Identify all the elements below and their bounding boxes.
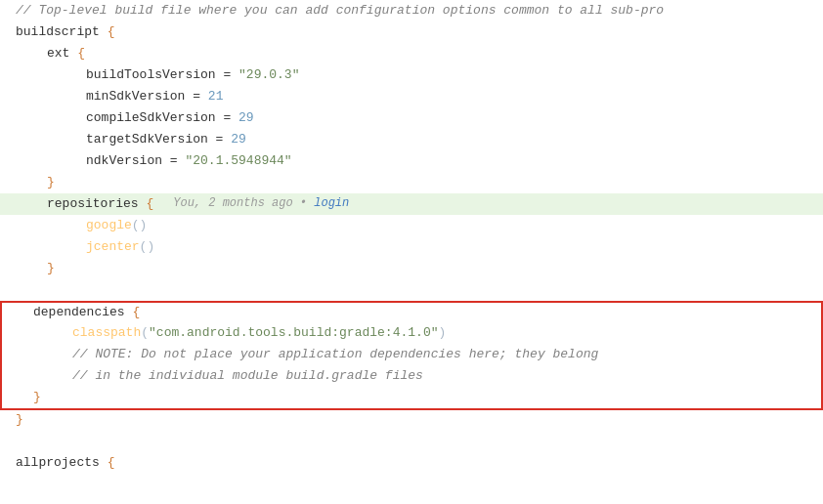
line-comment-top: // Top-level build file where you can ad… <box>0 0 823 21</box>
min-sdk-value: 21 <box>208 87 224 107</box>
classpath-value: "com.android.tools.build:gradle:4.1.0" <box>149 323 438 344</box>
line-ext-close: } <box>0 172 823 193</box>
note2-text: // in the individual module build.gradle… <box>72 366 423 387</box>
line-ext: ext { <box>0 43 823 64</box>
build-tools-key: buildToolsVersion = <box>86 65 238 86</box>
ext-keyword: ext <box>47 44 77 64</box>
git-link[interactable]: login <box>314 196 349 210</box>
line-repositories: repositories { You, 2 months ago • login <box>0 193 823 215</box>
repositories-keyword: repositories <box>47 194 146 215</box>
repositories-brace: { <box>146 194 153 215</box>
note1-text: // NOTE: Do not place your application d… <box>72 345 598 365</box>
code-editor: // Top-level build file where you can ad… <box>0 0 823 504</box>
dependencies-brace: { <box>132 303 140 323</box>
jcenter-parens: () <box>140 237 155 258</box>
line-target-sdk: targetSdkVersion = 29 <box>0 129 823 150</box>
line-empty-1 <box>0 279 823 301</box>
code-content: // Top-level build file where you can ad… <box>0 0 823 475</box>
buildscript-close-brace: } <box>16 410 23 431</box>
line-repos-close: } <box>0 258 823 279</box>
target-sdk-key: targetSdkVersion = <box>86 130 231 150</box>
line-note1: // NOTE: Do not place your application d… <box>0 345 823 366</box>
google-parens: () <box>132 216 148 236</box>
line-google: google() <box>0 215 823 236</box>
line-dependencies: dependencies { <box>0 301 823 323</box>
classpath-paren-close: ) <box>438 323 446 344</box>
line-note2: // in the individual module build.gradle… <box>0 366 823 388</box>
line-ndk-version: ndkVersion = "20.1.5948944" <box>0 150 823 172</box>
buildscript-keyword: buildscript <box>16 22 108 43</box>
line-buildscript: buildscript { <box>0 21 823 43</box>
line-allprojects: allprojects { <box>0 453 823 475</box>
buildscript-brace: { <box>108 22 115 43</box>
line-buildscript-close: } <box>0 410 823 432</box>
google-method: google <box>86 216 132 236</box>
dependencies-keyword: dependencies <box>33 303 132 323</box>
build-tools-value: "29.0.3" <box>238 65 299 86</box>
git-info: You, 2 months ago • login <box>173 194 349 213</box>
compile-sdk-value: 29 <box>238 108 254 129</box>
line-min-sdk: minSdkVersion = 21 <box>0 86 823 107</box>
classpath-paren-open: ( <box>141 323 149 344</box>
line-classpath: classpath("com.android.tools.build:gradl… <box>0 323 823 345</box>
line-build-tools: buildToolsVersion = "29.0.3" <box>0 64 823 86</box>
deps-close-brace: } <box>33 388 41 408</box>
ndk-value: "20.1.5948944" <box>185 151 291 172</box>
ext-close-brace: } <box>47 173 55 193</box>
line-empty-2 <box>0 432 823 453</box>
compile-sdk-key: compileSdkVersion = <box>86 108 238 129</box>
line-compile-sdk: compileSdkVersion = 29 <box>0 107 823 129</box>
min-sdk-key: minSdkVersion = <box>86 87 208 107</box>
allprojects-brace: { <box>108 453 115 474</box>
repos-close-brace: } <box>47 259 55 279</box>
ndk-key: ndkVersion = <box>86 151 185 172</box>
comment-text: // Top-level build file where you can ad… <box>16 1 664 21</box>
line-jcenter: jcenter() <box>0 236 823 258</box>
line-deps-close: } <box>0 388 823 410</box>
allprojects-keyword: allprojects <box>16 453 108 474</box>
ext-brace: { <box>77 44 85 64</box>
jcenter-method: jcenter <box>86 237 140 258</box>
target-sdk-value: 29 <box>231 130 246 150</box>
classpath-method: classpath <box>72 323 141 344</box>
